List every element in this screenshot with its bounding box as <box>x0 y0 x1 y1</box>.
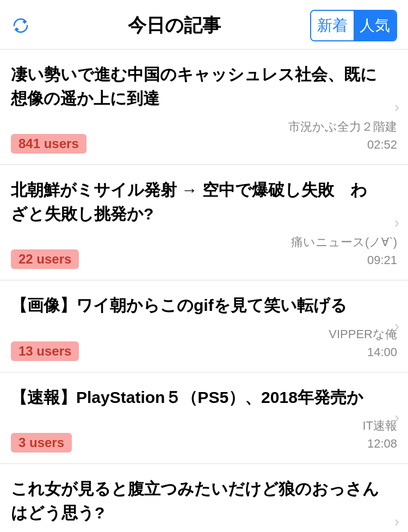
chevron-right-icon: › <box>394 409 399 426</box>
article-item[interactable]: これ女が見ると腹立つみたいだけど狼のおっさんはどう思う?3 users2chコピ… <box>0 464 408 532</box>
article-title: 【速報】PlayStation５（PS5）、2018年発売か <box>11 386 397 409</box>
article-title: これ女が見ると腹立つみたいだけど狼のおっさんはどう思う? <box>11 477 397 524</box>
tab-popular[interactable]: 人気 <box>354 11 396 40</box>
chevron-right-icon: › <box>394 513 399 530</box>
article-time: 12:08 <box>367 437 397 450</box>
source-name: 痛いニュース(ノ∀`) <box>291 235 397 249</box>
article-title: 【画像】ワイ朝からこのgifを見て笑い転げる <box>11 293 397 317</box>
source-info: VIPPERな俺14:00 <box>329 325 397 361</box>
source-info: 痛いニュース(ノ∀`)09:21 <box>291 233 397 269</box>
source-name: IT速報 <box>362 419 397 432</box>
article-time: 09:21 <box>367 253 397 267</box>
article-meta: 22 users痛いニュース(ノ∀`)09:21 <box>11 233 397 269</box>
article-meta: 3 usersIT速報12:08 <box>11 417 397 452</box>
article-title: 北朝鮮がミサイル発射 → 空中で爆破し失敗 わざと失敗し挑発か? <box>11 178 397 225</box>
users-badge: 841 users <box>11 134 86 154</box>
article-item[interactable]: 【速報】PlayStation５（PS5）、2018年発売か3 usersIT速… <box>0 372 408 464</box>
article-item[interactable]: 北朝鮮がミサイル発射 → 空中で爆破し失敗 わざと失敗し挑発か?22 users… <box>0 165 408 280</box>
source-name: 市況かぶ全力２階建 <box>288 120 397 133</box>
page-title: 今日の記事 <box>38 13 310 38</box>
users-badge: 13 users <box>11 341 79 361</box>
source-name: VIPPERな俺 <box>329 327 397 341</box>
article-item[interactable]: 【画像】ワイ朝からこのgifを見て笑い転げる13 usersVIPPERな俺14… <box>0 280 408 372</box>
article-meta: 13 usersVIPPERな俺14:00 <box>11 325 397 361</box>
refresh-button[interactable] <box>11 16 38 35</box>
source-info: 市況かぶ全力２階建02:52 <box>288 118 397 154</box>
article-time: 02:52 <box>367 138 397 151</box>
article-title: 凄い勢いで進む中国のキャッシュレス社会、既に想像の遥か上に到達 <box>11 63 397 110</box>
tab-new[interactable]: 新着 <box>311 11 354 40</box>
article-meta: 841 users市況かぶ全力２階建02:52 <box>11 118 397 154</box>
chevron-right-icon: › <box>394 99 399 116</box>
tab-group: 新着 人気 <box>310 10 397 41</box>
users-badge: 22 users <box>11 249 79 269</box>
refresh-icon <box>11 16 30 35</box>
article-list: 凄い勢いで進む中国のキャッシュレス社会、既に想像の遥か上に到達841 users… <box>0 50 408 532</box>
article-item[interactable]: 凄い勢いで進む中国のキャッシュレス社会、既に想像の遥か上に到達841 users… <box>0 50 408 165</box>
chevron-right-icon: › <box>394 317 399 335</box>
article-time: 14:00 <box>367 345 397 359</box>
source-info: IT速報12:08 <box>362 417 397 452</box>
users-badge: 3 users <box>11 433 72 452</box>
header: 今日の記事 新着 人気 <box>0 0 408 50</box>
chevron-right-icon: › <box>394 214 399 231</box>
